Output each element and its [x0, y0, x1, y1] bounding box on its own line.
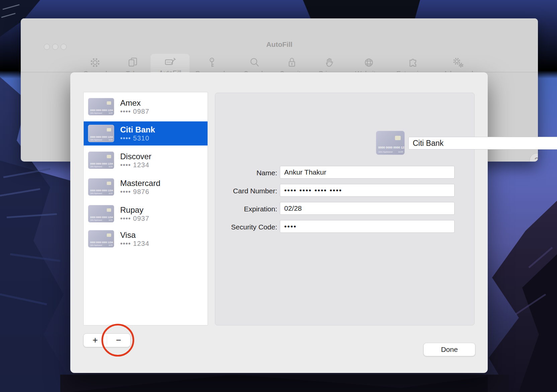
credit-card-thumbnail: 0000 0000 0000 1234 John Appleseed11/25 [88, 230, 114, 248]
list-item-discover[interactable]: 0000 0000 0000 1234 John Appleseed11/25 … [84, 148, 208, 172]
minus-icon: − [116, 335, 122, 346]
tabs-icon [126, 56, 140, 69]
expiration-label: Expiration: [217, 205, 277, 213]
card-chip [395, 136, 401, 140]
credit-card-thumbnail: 0000 0000 0000 1234 John Appleseed11/25 [88, 98, 114, 115]
card-name: Visa [120, 230, 149, 240]
card-name: Citi Bank [120, 125, 155, 134]
name-label: Name: [217, 169, 277, 177]
card-number-label: Card Number: [217, 187, 277, 195]
card-chip [107, 233, 111, 237]
screen: AutoFill General Tabs AutoFi [0, 0, 557, 392]
lock-icon [285, 56, 299, 69]
card-name: Amex [120, 98, 149, 108]
card-name: Mastercard [120, 178, 160, 188]
gear-icon [88, 56, 102, 69]
name-input[interactable]: Ankur Thakur [280, 166, 455, 179]
window-title: AutoFill [21, 40, 538, 48]
saved-cards-list: 0000 0000 0000 1234 John Appleseed11/25 … [83, 92, 208, 325]
card-masked-number: •••• 0987 [120, 108, 149, 115]
credit-card-preview: 0000 0000 0000 1234 John Appleseed11/25 [376, 131, 405, 155]
card-number-input[interactable]: •••• •••• •••• •••• [280, 184, 455, 197]
security-code-input[interactable]: •••• [280, 220, 455, 233]
security-code-label: Security Code: [217, 223, 277, 231]
credit-card-thumbnail: 0000 0000 0000 1234 John Appleseed11/25 [88, 152, 114, 169]
add-remove-segmented-control: + − [83, 333, 131, 347]
card-chip [107, 155, 111, 158]
help-button[interactable]: ? [530, 153, 538, 162]
card-description-input[interactable]: Citi Bank [408, 137, 557, 150]
plus-icon: + [93, 335, 98, 346]
autofill-pencil-icon [163, 55, 177, 69]
add-card-button[interactable]: + [84, 334, 107, 347]
credit-card-thumbnail: 0000 0000 0000 1234 John Appleseed11/25 [88, 125, 114, 142]
list-item-rupay[interactable]: 0000 0000 0000 1234 John Appleseed11/25 … [84, 202, 208, 226]
credit-card-thumbnail: 0000 0000 0000 1234 John Appleseed11/25 [88, 178, 114, 196]
credit-card-thumbnail: 0000 0000 0000 1234 John Appleseed11/25 [88, 205, 114, 222]
list-item-visa[interactable]: 0000 0000 0000 1234 John Appleseed11/25 … [84, 227, 208, 251]
hand-icon [323, 56, 336, 69]
globe-icon [362, 56, 376, 69]
card-masked-number: •••• 1234 [120, 161, 151, 169]
done-button[interactable]: Done [423, 343, 475, 356]
list-item-mastercard[interactable]: 0000 0000 0000 1234 John Appleseed11/25 … [84, 175, 208, 199]
card-chip [107, 208, 111, 212]
key-icon [205, 56, 219, 69]
card-name: Discover [120, 152, 151, 161]
card-chip [107, 101, 111, 105]
list-item-citi-bank[interactable]: 0000 0000 0000 1234 John Appleseed11/25 … [84, 121, 208, 145]
card-name: Rupay [120, 205, 149, 215]
card-detail-panel: 0000 0000 0000 1234 John Appleseed11/25 … [215, 93, 475, 325]
remove-card-button[interactable]: − [107, 334, 130, 347]
card-masked-number: •••• 9876 [120, 188, 160, 196]
card-chip [107, 128, 111, 131]
search-icon [248, 56, 261, 69]
puzzle-icon [406, 56, 419, 69]
card-masked-number: •••• 5310 [120, 134, 155, 142]
card-masked-number: •••• 1234 [120, 240, 149, 248]
card-masked-number: •••• 0937 [120, 215, 149, 222]
gears-icon [452, 56, 465, 69]
expiration-input[interactable]: 02/28 [280, 202, 455, 215]
card-chip [107, 182, 111, 185]
list-item-amex[interactable]: 0000 0000 0000 1234 John Appleseed11/25 … [84, 95, 208, 119]
autofill-credit-cards-sheet: 0000 0000 0000 1234 John Appleseed11/25 … [70, 72, 488, 373]
